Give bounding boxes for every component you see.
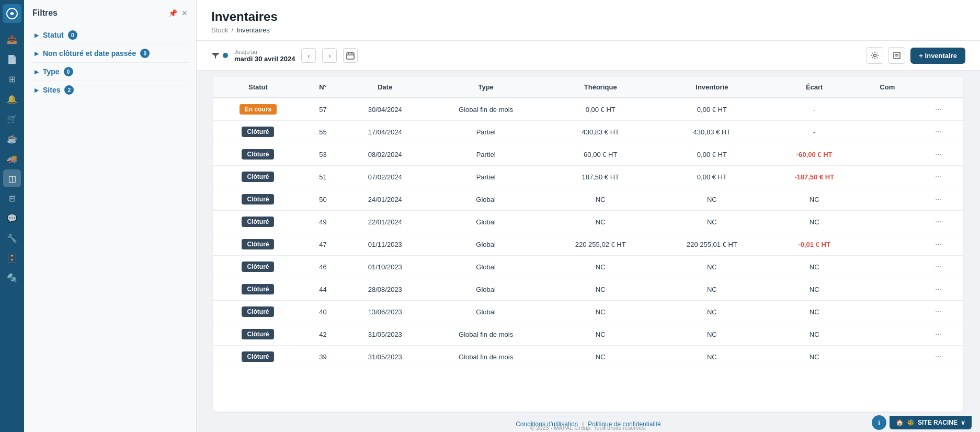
col-actions: [914, 77, 963, 98]
breadcrumb: Stock / Inventaires: [211, 26, 965, 34]
more-options-button[interactable]: ···: [932, 104, 945, 115]
wrench-icon[interactable]: 🔩: [3, 269, 21, 287]
table-row[interactable]: Clôturé 47 01/11/2023 Global 220 255,02 …: [213, 233, 963, 256]
layers-icon[interactable]: ◫: [3, 169, 21, 187]
cell-statut: Clôturé: [213, 166, 303, 188]
filter-statut[interactable]: ▶ Statut 0: [32, 26, 188, 44]
document-icon[interactable]: 📄: [3, 50, 21, 68]
chevron-icon: ▶: [35, 50, 39, 57]
footer: Conditions d'utilisation | Politique de …: [197, 416, 980, 432]
cell-com: [861, 188, 914, 211]
cell-more: ···: [914, 233, 963, 256]
status-badge: Clôturé: [242, 262, 274, 272]
breadcrumb-stock[interactable]: Stock: [211, 26, 229, 34]
filter-type[interactable]: ▶ Type 0: [32, 63, 188, 81]
footer-right: i 🏠 🐝 SITE RACINE ∨: [872, 415, 972, 430]
table-row[interactable]: Clôturé 46 01/10/2023 Global NC NC NC ··…: [213, 256, 963, 278]
cell-theorique: 430,83 € HT: [545, 121, 656, 143]
more-options-button[interactable]: ···: [932, 238, 945, 250]
date-label: Jusqu'au: [234, 49, 295, 55]
table-row[interactable]: Clôturé 55 17/04/2024 Partiel 430,83 € H…: [213, 121, 963, 143]
table-row[interactable]: Clôturé 39 31/05/2023 Global fin de mois…: [213, 346, 963, 368]
more-options-button[interactable]: ···: [932, 216, 945, 228]
page-title: Inventaires: [211, 9, 965, 24]
col-theorique: Théorique: [545, 77, 656, 98]
cell-more: ···: [914, 323, 963, 346]
table-row[interactable]: Clôturé 51 07/02/2024 Partiel 187,50 € H…: [213, 166, 963, 188]
cell-inventorie: NC: [656, 211, 768, 233]
table-row[interactable]: Clôturé 53 08/02/2024 Partiel 60,00 € HT…: [213, 143, 963, 166]
message-icon[interactable]: 💬: [3, 209, 21, 227]
next-date-button[interactable]: ›: [322, 48, 337, 63]
table-row[interactable]: En cours 57 30/04/2024 Global fin de moi…: [213, 98, 963, 121]
more-options-button[interactable]: ···: [932, 283, 945, 295]
cell-numero: 55: [303, 121, 343, 143]
more-options-button[interactable]: ···: [932, 171, 945, 183]
export-button[interactable]: [888, 47, 905, 64]
toolbar: Jusqu'au mardi 30 avril 2024 ‹ ›: [197, 41, 980, 71]
filter-sites-label: Sites: [43, 86, 60, 94]
cell-com: [861, 121, 914, 143]
cell-inventorie: NC: [656, 256, 768, 278]
more-options-button[interactable]: ···: [932, 306, 945, 317]
cell-more: ···: [914, 121, 963, 143]
filter-non-cloture[interactable]: ▶ Non clôturé et date passée 0: [32, 44, 188, 63]
grid-icon[interactable]: ⊞: [3, 70, 21, 88]
cell-statut: Clôturé: [213, 121, 303, 143]
table-row[interactable]: Clôturé 44 28/08/2023 Global NC NC NC ··…: [213, 278, 963, 301]
database-icon[interactable]: 🗄️: [3, 249, 21, 267]
more-options-button[interactable]: ···: [932, 261, 945, 272]
cell-more: ···: [914, 98, 963, 121]
cell-statut: Clôturé: [213, 346, 303, 368]
site-racine-badge[interactable]: 🏠 🐝 SITE RACINE ∨: [890, 416, 972, 429]
data-table: Statut N° Date Type Théorique Inventorié…: [213, 77, 963, 368]
table-row[interactable]: Clôturé 42 31/05/2023 Global fin de mois…: [213, 323, 963, 346]
app-logo[interactable]: [3, 4, 21, 23]
table-icon[interactable]: ⊟: [3, 189, 21, 207]
cell-theorique: 220 255,02 € HT: [545, 233, 656, 256]
info-button[interactable]: i: [872, 415, 886, 430]
cell-more: ···: [914, 211, 963, 233]
cell-type: Global: [427, 233, 545, 256]
prev-date-button[interactable]: ‹: [301, 48, 316, 63]
cell-ecart: -: [768, 98, 861, 121]
inbox-icon[interactable]: 📥: [3, 30, 21, 48]
cell-type: Partiel: [427, 166, 545, 188]
pin-icon[interactable]: 📌: [168, 9, 177, 17]
table-row[interactable]: Clôturé 40 13/06/2023 Global NC NC NC ··…: [213, 301, 963, 323]
coffee-icon[interactable]: ☕: [3, 130, 21, 147]
tool-icon[interactable]: 🔧: [3, 229, 21, 247]
cell-com: [861, 278, 914, 301]
filter-statut-badge: 0: [68, 30, 77, 40]
cell-inventorie: NC: [656, 278, 768, 301]
more-options-button[interactable]: ···: [932, 194, 945, 205]
cell-more: ···: [914, 278, 963, 301]
close-icon[interactable]: ✕: [181, 9, 188, 17]
add-inventaire-button[interactable]: + Inventaire: [910, 48, 965, 64]
breadcrumb-separator: /: [232, 26, 234, 34]
more-options-button[interactable]: ···: [932, 126, 945, 138]
cell-ecart: NC: [768, 323, 861, 346]
cell-date: 28/08/2023: [343, 278, 427, 301]
cart-icon[interactable]: 🛒: [3, 110, 21, 128]
bell-icon[interactable]: 🔔: [3, 90, 21, 108]
more-options-button[interactable]: ···: [932, 149, 945, 160]
table-row[interactable]: Clôturé 49 22/01/2024 Global NC NC NC ··…: [213, 211, 963, 233]
cell-com: [861, 346, 914, 368]
more-options-button[interactable]: ···: [932, 351, 945, 362]
settings-button[interactable]: [867, 47, 883, 64]
filter-trigger[interactable]: [211, 51, 228, 60]
cell-ecart: NC: [768, 278, 861, 301]
delivery-icon[interactable]: 🚚: [3, 150, 21, 167]
calendar-button[interactable]: [343, 48, 358, 63]
cell-theorique: NC: [545, 301, 656, 323]
table-scroll[interactable]: Statut N° Date Type Théorique Inventorié…: [213, 77, 963, 412]
cell-date: 31/05/2023: [343, 323, 427, 346]
cell-ecart: NC: [768, 346, 861, 368]
more-options-button[interactable]: ···: [932, 328, 945, 340]
cell-date: 13/06/2023: [343, 301, 427, 323]
filter-sites[interactable]: ▶ Sites 2: [32, 81, 188, 99]
table-row[interactable]: Clôturé 50 24/01/2024 Global NC NC NC ··…: [213, 188, 963, 211]
cell-type: Partiel: [427, 121, 545, 143]
cell-theorique: 60,00 € HT: [545, 143, 656, 166]
